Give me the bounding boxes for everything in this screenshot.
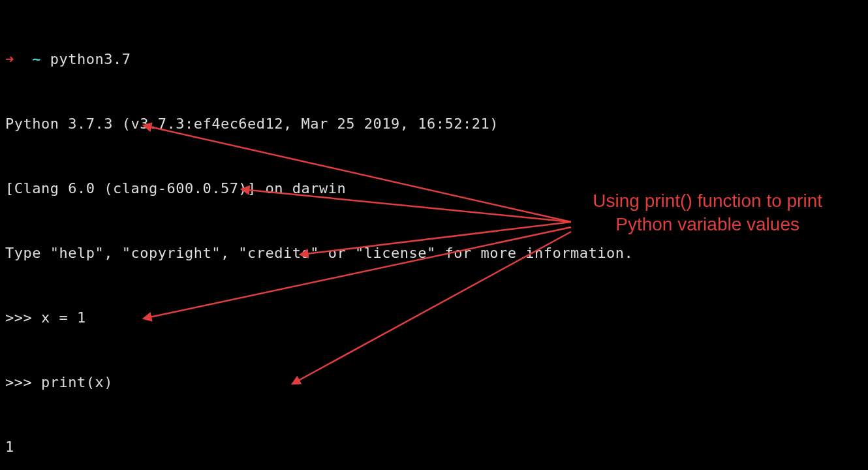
- prompt-arrow-icon: ➜: [5, 51, 14, 67]
- shell-prompt-line: ➜ ~ python3.7: [5, 48, 863, 70]
- shell-command: python3.7: [50, 51, 131, 67]
- terminal-line: Python 3.7.3 (v3.7.3:ef4ec6ed12, Mar 25 …: [5, 113, 863, 134]
- terminal-line: >>> print(x): [5, 371, 863, 393]
- annotation-text: Using print() function to print Python v…: [593, 189, 822, 237]
- terminal-line: >>> x = 1: [5, 307, 863, 328]
- annotation-line1: Using print() function to print: [593, 189, 822, 213]
- prompt-tilde: ~: [32, 51, 41, 67]
- terminal-line: 1: [5, 436, 863, 458]
- annotation-line2: Python variable values: [593, 213, 822, 236]
- terminal-line: Type "help", "copyright", "credits" or "…: [5, 242, 863, 264]
- terminal[interactable]: ➜ ~ python3.7 Python 3.7.3 (v3.7.3:ef4ec…: [5, 5, 863, 470]
